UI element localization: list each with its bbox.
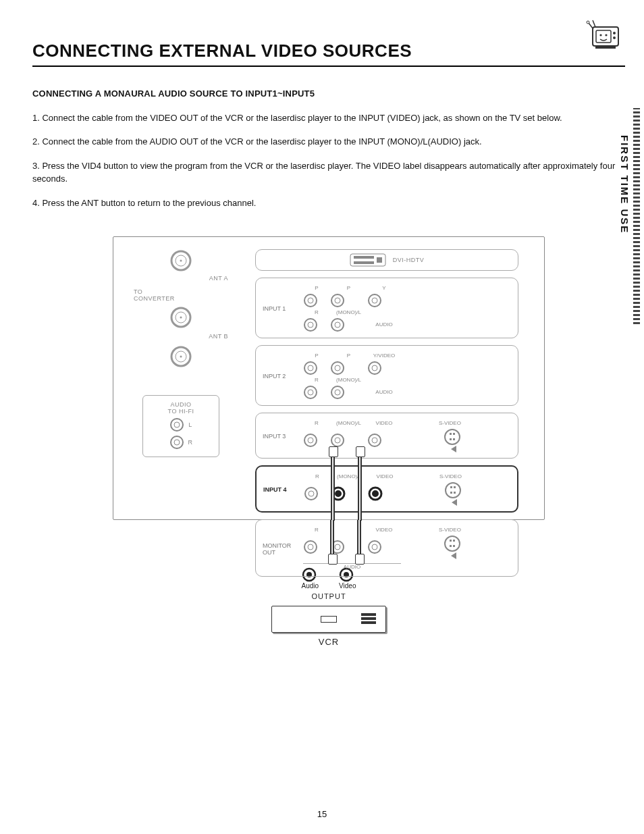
input2-row: INPUT 2 P P Y/VIDEO R (MONO)/L [255,345,518,406]
svg-point-32 [308,322,313,328]
svg-point-26 [308,298,313,303]
input3-row: INPUT 3 R (MONO)/L VIDEO S-VIDEO [255,413,518,459]
svideo-jack-icon [444,428,461,446]
section-tab: FIRST TIME USE [620,108,640,324]
input2-label: INPUT 2 [263,373,303,380]
svg-point-40 [372,365,377,371]
rca-jack-icon [330,433,345,448]
svg-point-7 [587,21,589,24]
dvi-label: DVI-HDTV [393,257,425,263]
left-jack-column: ANT A TO CONVERTER ANT B AUDIO TO HI-FI … [134,249,228,457]
svg-point-3 [605,34,607,36]
svg-point-16 [180,356,182,358]
svg-rect-65 [450,492,452,494]
svg-rect-64 [454,486,456,488]
rca-jack-icon [169,417,184,432]
coax-jack-icon [169,306,192,329]
svg-point-38 [335,365,340,371]
section-tab-label: FIRST TIME USE [619,135,630,234]
svg-point-5 [613,36,616,39]
rca-jack-icon [303,361,318,375]
rca-plug-icon [356,446,365,457]
svg-rect-54 [450,438,452,440]
svg-point-10 [180,260,182,262]
step-1: 1. Connect the cable from the VIDEO OUT … [32,111,625,125]
svg-point-57 [308,491,314,496]
rca-jack-icon [330,361,345,375]
svg-point-59 [336,491,341,496]
svg-point-48 [335,438,340,443]
svg-point-42 [308,390,313,395]
input1-label: INPUT 1 [263,305,303,312]
input4-label: INPUT 4 [263,486,304,493]
svg-point-44 [335,390,340,395]
ant-b-label: ANT B [134,333,228,340]
svg-rect-53 [453,433,455,435]
step-2: 2. Connect the cable from the AUDIO OUT … [32,135,625,149]
rca-jack-icon [367,361,382,375]
rca-jack-icon [303,385,318,400]
rca-jack-icon [303,317,318,332]
svg-rect-63 [450,486,452,488]
svg-point-36 [308,365,313,371]
manual-page: Connecting External Video Sources FIRST … [0,0,644,834]
rca-jack-icon [367,293,382,308]
svg-point-13 [180,317,182,319]
r-label: R [188,439,193,446]
cable-icon [357,520,361,556]
dvi-port-icon [350,253,386,267]
ant-a-label: ANT A [134,275,228,282]
svg-point-30 [372,298,377,303]
cable-icon [330,520,334,556]
vcr-caption: VCR [271,637,386,647]
audio-to-hifi-box: AUDIO TO HI-FI L R [142,395,219,457]
step-3: 3. Press the VID4 button to view the pro… [32,159,625,186]
tv-mascot-icon [586,19,622,51]
rca-plug-icon [328,554,338,565]
svg-point-2 [599,34,601,36]
vcr-unit-icon [271,606,386,633]
coax-jack-icon [169,249,192,272]
arrow-left-icon [452,499,457,506]
svg-point-61 [373,491,378,496]
vcr-output-label: OUTPUT [271,592,386,600]
rca-jack-icon [303,293,318,308]
svg-point-51 [445,429,460,444]
input1-row: INPUT 1 P P Y R (MONO)/L A [255,278,518,338]
rca-jack-icon [368,486,383,501]
rca-jack-icon [330,317,345,332]
subheading: CONNECTING A MONAURAL AUDIO SOURCE TO IN… [32,87,625,101]
svg-point-46 [308,438,313,443]
svg-rect-22 [354,256,374,259]
dvi-row: DVI-HDTV [255,249,518,271]
rca-jack-icon [367,433,382,448]
svg-rect-23 [354,261,374,264]
rca-jack-icon [303,433,318,448]
step-4: 4. Press the ANT button to return to the… [32,197,625,210]
page-title: Connecting External Video Sources [32,41,625,67]
connection-diagram: ANT A TO CONVERTER ANT B AUDIO TO HI-FI … [113,236,545,647]
svg-point-18 [174,422,180,427]
rca-jack-icon [330,293,345,308]
body-copy: CONNECTING A MONAURAL AUDIO SOURCE TO IN… [32,87,625,209]
rca-jack-icon [304,486,319,501]
tab-stripes-icon [633,108,640,324]
rca-plug-icon [329,446,338,457]
svg-rect-66 [454,492,456,494]
coax-jack-icon [169,345,192,368]
rca-plug-icon [355,554,365,565]
svg-point-28 [335,298,340,303]
audio-hifi-label: AUDIO TO HI-FI [147,401,215,415]
svg-rect-24 [377,257,382,263]
input4-row: INPUT 4 R (MONO)/L VIDEO S-VIDEO [255,465,518,513]
to-converter-label: TO CONVERTER [134,288,228,302]
rca-jack-icon [330,385,345,400]
svg-point-4 [613,32,616,34]
page-number: 15 [0,809,644,819]
input3-label: INPUT 3 [263,433,303,440]
svg-point-20 [174,440,180,445]
cable-icon [358,452,362,521]
l-label: L [188,421,192,428]
svg-rect-6 [595,46,616,49]
svg-point-34 [335,322,340,328]
